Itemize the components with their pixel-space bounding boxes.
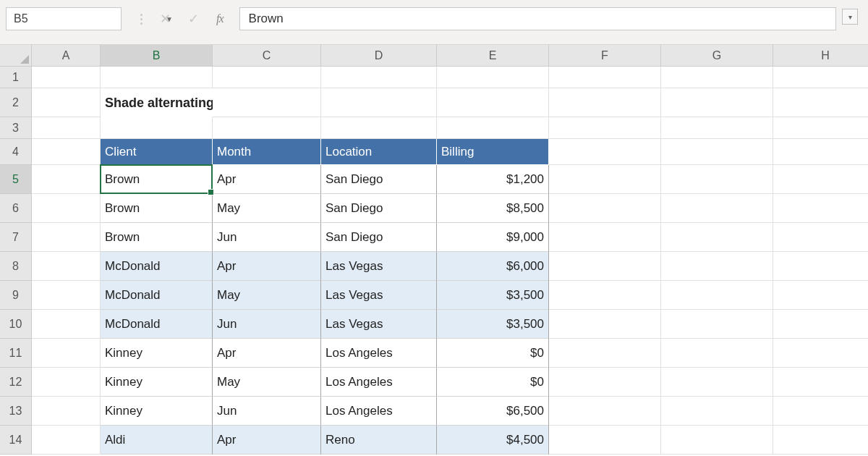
cancel-icon[interactable]: ✕ bbox=[160, 11, 171, 27]
cell-C1[interactable] bbox=[213, 67, 321, 88]
row-header-3[interactable]: 3 bbox=[0, 117, 32, 139]
cell-F9[interactable] bbox=[549, 281, 661, 310]
cell-G7[interactable] bbox=[661, 223, 773, 252]
cell-H5[interactable] bbox=[773, 165, 868, 194]
column-header-C[interactable]: C bbox=[213, 45, 321, 67]
cell-G2[interactable] bbox=[661, 88, 773, 117]
cell-D7[interactable]: San Diego bbox=[321, 223, 437, 252]
cell-B14[interactable]: Aldi bbox=[101, 426, 213, 455]
cell-B5[interactable]: Brown bbox=[101, 165, 213, 194]
cell-G12[interactable] bbox=[661, 368, 773, 397]
cell-H14[interactable] bbox=[773, 426, 868, 455]
cell-H6[interactable] bbox=[773, 194, 868, 223]
cell-D6[interactable]: San Diego bbox=[321, 194, 437, 223]
cell-B11[interactable]: Kinney bbox=[101, 339, 213, 368]
row-header-2[interactable]: 2 bbox=[0, 88, 32, 117]
cell-A14[interactable] bbox=[32, 426, 101, 455]
cell-A9[interactable] bbox=[32, 281, 101, 310]
cell-E3[interactable] bbox=[437, 117, 549, 139]
cell-G13[interactable] bbox=[661, 397, 773, 426]
row-header-8[interactable]: 8 bbox=[0, 252, 32, 281]
cell-A12[interactable] bbox=[32, 368, 101, 397]
cell-E11[interactable]: $0 bbox=[437, 339, 549, 368]
cell-B6[interactable]: Brown bbox=[101, 194, 213, 223]
cell-E7[interactable]: $9,000 bbox=[437, 223, 549, 252]
row-header-1[interactable]: 1 bbox=[0, 67, 32, 88]
cell-D2[interactable] bbox=[321, 88, 437, 117]
cell-B7[interactable]: Brown bbox=[101, 223, 213, 252]
cell-C13[interactable]: Jun bbox=[213, 397, 321, 426]
cell-A5[interactable] bbox=[32, 165, 101, 194]
cell-D5[interactable]: San Diego bbox=[321, 165, 437, 194]
cell-A8[interactable] bbox=[32, 252, 101, 281]
cell-A13[interactable] bbox=[32, 397, 101, 426]
row-header-7[interactable]: 7 bbox=[0, 223, 32, 252]
cell-C9[interactable]: May bbox=[213, 281, 321, 310]
cell-E10[interactable]: $3,500 bbox=[437, 310, 549, 339]
cell-H9[interactable] bbox=[773, 281, 868, 310]
cell-D13[interactable]: Los Angeles bbox=[321, 397, 437, 426]
row-header-5[interactable]: 5 bbox=[0, 165, 32, 194]
cell-D8[interactable]: Las Vegas bbox=[321, 252, 437, 281]
column-header-B[interactable]: B bbox=[101, 45, 213, 67]
cell-D12[interactable]: Los Angeles bbox=[321, 368, 437, 397]
cell-G4[interactable] bbox=[661, 139, 773, 165]
row-header-11[interactable]: 11 bbox=[0, 339, 32, 368]
cell-G11[interactable] bbox=[661, 339, 773, 368]
row-header-12[interactable]: 12 bbox=[0, 368, 32, 397]
cell-D9[interactable]: Las Vegas bbox=[321, 281, 437, 310]
cell-C4[interactable]: Month bbox=[213, 139, 321, 165]
cell-A1[interactable] bbox=[32, 67, 101, 88]
cell-H12[interactable] bbox=[773, 368, 868, 397]
row-header-4[interactable]: 4 bbox=[0, 139, 32, 165]
cell-C8[interactable]: Apr bbox=[213, 252, 321, 281]
cell-G14[interactable] bbox=[661, 426, 773, 455]
row-header-14[interactable]: 14 bbox=[0, 426, 32, 455]
cell-A6[interactable] bbox=[32, 194, 101, 223]
cell-C2[interactable] bbox=[213, 88, 321, 117]
cell-F11[interactable] bbox=[549, 339, 661, 368]
cell-A7[interactable] bbox=[32, 223, 101, 252]
cell-G6[interactable] bbox=[661, 194, 773, 223]
cell-F8[interactable] bbox=[549, 252, 661, 281]
cell-E14[interactable]: $4,500 bbox=[437, 426, 549, 455]
cell-G3[interactable] bbox=[661, 117, 773, 139]
cell-D11[interactable]: Los Angeles bbox=[321, 339, 437, 368]
expand-formula-bar-icon[interactable]: ▾ bbox=[842, 9, 858, 25]
row-header-10[interactable]: 10 bbox=[0, 310, 32, 339]
cell-A4[interactable] bbox=[32, 139, 101, 165]
cell-H4[interactable] bbox=[773, 139, 868, 165]
cell-B10[interactable]: McDonald bbox=[101, 310, 213, 339]
name-box-container[interactable]: ▼ bbox=[6, 7, 122, 30]
cell-C12[interactable]: May bbox=[213, 368, 321, 397]
cell-F6[interactable] bbox=[549, 194, 661, 223]
column-header-E[interactable]: E bbox=[437, 45, 549, 67]
cell-B9[interactable]: McDonald bbox=[101, 281, 213, 310]
cell-B3[interactable] bbox=[101, 117, 213, 139]
cell-H13[interactable] bbox=[773, 397, 868, 426]
cell-A2[interactable] bbox=[32, 88, 101, 117]
cell-A3[interactable] bbox=[32, 117, 101, 139]
column-header-A[interactable]: A bbox=[32, 45, 101, 67]
cell-C7[interactable]: Jun bbox=[213, 223, 321, 252]
cell-B8[interactable]: McDonald bbox=[101, 252, 213, 281]
column-header-F[interactable]: F bbox=[549, 45, 661, 67]
row-header-9[interactable]: 9 bbox=[0, 281, 32, 310]
column-header-H[interactable]: H bbox=[773, 45, 868, 67]
cell-H11[interactable] bbox=[773, 339, 868, 368]
cell-H10[interactable] bbox=[773, 310, 868, 339]
cell-E13[interactable]: $6,500 bbox=[437, 397, 549, 426]
fx-icon[interactable]: fx bbox=[216, 12, 224, 25]
cell-H8[interactable] bbox=[773, 252, 868, 281]
cell-D4[interactable]: Location bbox=[321, 139, 437, 165]
cell-H7[interactable] bbox=[773, 223, 868, 252]
cell-F10[interactable] bbox=[549, 310, 661, 339]
cell-B2[interactable]: Shade alternating groups of n rows bbox=[101, 88, 213, 117]
cell-D3[interactable] bbox=[321, 117, 437, 139]
row-header-13[interactable]: 13 bbox=[0, 397, 32, 426]
cells-area[interactable]: Shade alternating groups of n rowsClient… bbox=[32, 67, 868, 455]
cell-C6[interactable]: May bbox=[213, 194, 321, 223]
cell-C11[interactable]: Apr bbox=[213, 339, 321, 368]
cell-A10[interactable] bbox=[32, 310, 101, 339]
cell-F13[interactable] bbox=[549, 397, 661, 426]
